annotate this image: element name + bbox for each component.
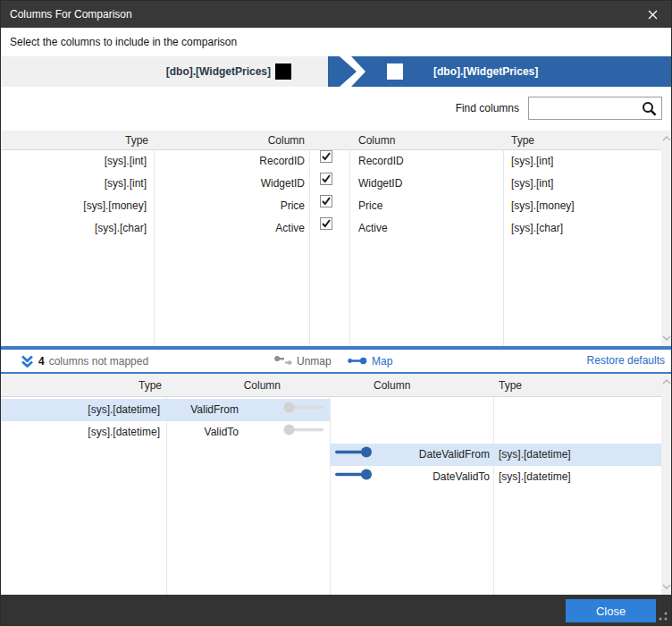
target-column-cell: WidgetID (358, 173, 402, 195)
dialog-title: Columns For Comparison (10, 1, 132, 28)
mapped-grid-scrollbar[interactable] (661, 131, 672, 346)
table-mapping-header: [dbo].[WidgetPrices] [dbo].[WidgetPrices… (1, 56, 671, 87)
unmapped-source-row[interactable]: [sys].[datetime]ValidTo (1, 421, 330, 444)
col-header-left-type: Type (35, 374, 162, 397)
mapped-column-row[interactable]: [sys].[int]RecordIDRecordID[sys].[int] (1, 150, 661, 173)
grid-divider (330, 397, 331, 595)
target-type-cell: [sys].[datetime] (499, 466, 571, 488)
source-column-cell: ValidTo (149, 421, 239, 444)
unmapped-columns-grid: Type Column Column Type [sys].[datetime]… (1, 374, 671, 595)
target-type-cell: [sys].[int] (511, 173, 553, 195)
scrollbar-up-icon[interactable] (661, 132, 672, 145)
unmapped-section-bar: 4 columns not mapped Unmap (1, 350, 671, 372)
col-header-left-type: Type (37, 131, 148, 150)
unmapped-target-row[interactable]: DateValidFrom[sys].[datetime] (330, 444, 661, 466)
resize-grip-icon[interactable] (658, 611, 668, 623)
col-header-right-type: Type (511, 131, 534, 150)
unmap-label: Unmap (297, 355, 332, 368)
map-icon (348, 355, 367, 367)
source-color-chip (275, 63, 291, 80)
scrollbar-up-icon[interactable] (661, 376, 672, 388)
source-column-cell: Active (214, 217, 305, 240)
source-type-cell: [sys].[int] (37, 150, 147, 173)
unmap-button[interactable]: Unmap (274, 350, 332, 372)
unmapped-count-label: columns not mapped (49, 355, 148, 368)
col-header-left-column: Column (214, 131, 305, 150)
close-icon[interactable] (639, 1, 666, 28)
target-column-cell: DateValidTo (400, 466, 490, 488)
restore-defaults-link[interactable]: Restore defaults (587, 350, 665, 372)
target-type-cell: [sys].[money] (511, 195, 575, 217)
include-column-checkbox[interactable] (320, 150, 332, 163)
source-type-cell: [sys].[datetime] (35, 399, 160, 421)
source-column-cell: WidgetID (214, 173, 305, 195)
unmapped-source-row[interactable]: [sys].[datetime]ValidFrom (1, 399, 330, 421)
grid-divider (493, 397, 494, 595)
source-table-name: [dbo].[WidgetPrices] (166, 65, 271, 78)
col-header-left-column: Column (191, 374, 281, 397)
source-type-cell: [sys].[int] (37, 173, 147, 195)
unmapped-grid-scrollbar[interactable] (661, 374, 672, 595)
mapping-arrow-icon (328, 56, 357, 87)
include-column-checkbox[interactable] (320, 195, 332, 207)
include-column-checkbox[interactable] (320, 217, 332, 230)
mapped-column-row[interactable]: [sys].[char]ActiveActive[sys].[char] (1, 217, 661, 240)
unmapped-count: 4 (38, 355, 45, 368)
source-column-cell: ValidFrom (149, 399, 239, 421)
target-type-cell: [sys].[char] (511, 217, 563, 240)
dialog-instruction: Select the columns to include in the com… (10, 28, 237, 56)
include-column-checkbox[interactable] (320, 173, 332, 185)
col-header-right-column: Column (374, 374, 410, 397)
unmapped-toggle-icon[interactable] (335, 444, 373, 466)
scrollbar-down-icon[interactable] (661, 332, 672, 344)
scrollbar-down-icon[interactable] (661, 580, 672, 593)
mapped-columns-grid: Type Column Column Type [sys].[int]Recor… (1, 131, 671, 346)
target-table-name: [dbo].[WidgetPrices] (433, 56, 538, 87)
target-type-cell: [sys].[int] (511, 150, 553, 173)
mapped-column-row[interactable]: [sys].[int]WidgetIDWidgetID[sys].[int] (1, 173, 661, 195)
close-button[interactable]: Close (566, 599, 656, 622)
col-header-right-type: Type (499, 374, 522, 397)
unmapped-toggle-icon[interactable] (283, 421, 324, 444)
target-column-cell: RecordID (358, 150, 404, 173)
title-bar: Columns For Comparison (1, 1, 671, 28)
target-table-band: [dbo].[WidgetPrices] (351, 56, 672, 87)
source-table-band: [dbo].[WidgetPrices] (1, 56, 337, 87)
target-column-cell: Price (358, 195, 382, 217)
source-type-cell: [sys].[char] (37, 217, 147, 240)
target-column-cell: DateValidFrom (400, 444, 490, 466)
collapse-chevron-icon[interactable] (21, 355, 34, 368)
source-column-cell: RecordID (214, 150, 305, 173)
find-columns-label: Find columns (456, 87, 519, 131)
source-column-cell: Price (214, 195, 305, 217)
unmapped-toggle-icon[interactable] (283, 399, 324, 421)
mapped-grid-header: Type Column Column Type (1, 131, 671, 150)
unmapped-target-row[interactable]: DateValidTo[sys].[datetime] (330, 466, 661, 488)
target-color-chip (387, 63, 403, 80)
map-label: Map (372, 355, 392, 368)
target-type-cell: [sys].[datetime] (499, 444, 571, 466)
footer-bar: Close (1, 595, 671, 626)
unmap-icon (274, 355, 292, 367)
source-type-cell: [sys].[datetime] (35, 421, 160, 444)
search-icon[interactable] (642, 101, 657, 116)
target-column-cell: Active (358, 217, 388, 240)
unmapped-summary: 4 columns not mapped (21, 350, 148, 372)
map-button[interactable]: Map (348, 350, 392, 372)
col-header-right-column: Column (358, 131, 395, 150)
unmapped-toggle-icon[interactable] (335, 466, 373, 488)
columns-for-comparison-dialog: Columns For Comparison Select the column… (0, 0, 672, 626)
unmapped-grid-header: Type Column Column Type (1, 374, 671, 397)
mapped-column-row[interactable]: [sys].[money]PricePrice[sys].[money] (1, 195, 661, 217)
source-type-cell: [sys].[money] (37, 195, 147, 217)
